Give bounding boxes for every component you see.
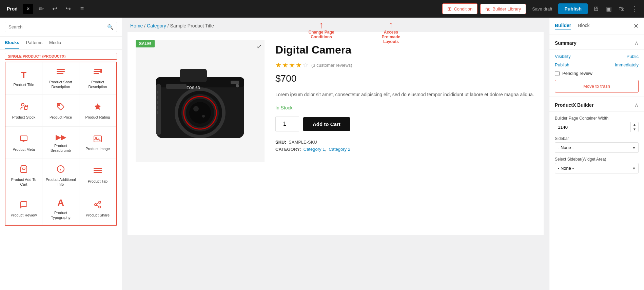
block-item-product-share[interactable]: Product Share bbox=[79, 192, 116, 225]
category-link-1[interactable]: Category 1 bbox=[304, 147, 325, 152]
condition-label: Condition bbox=[454, 6, 472, 12]
container-width-input-wrap: ▲ ▼ bbox=[555, 122, 639, 132]
tab-media[interactable]: Media bbox=[49, 37, 61, 49]
more-options-icon[interactable]: ⋮ bbox=[629, 3, 640, 14]
block-item-product-stock[interactable]: Product Stock bbox=[5, 95, 42, 127]
star-4: ★ bbox=[296, 61, 302, 69]
desktop-view-icon[interactable]: 🖥 bbox=[590, 3, 601, 14]
panel-icon[interactable]: ▣ bbox=[603, 3, 614, 14]
tab-patterns[interactable]: Patterns bbox=[26, 37, 42, 49]
pending-review-label: Pending review bbox=[562, 71, 592, 76]
block-item-product-typography[interactable]: A Product Typography bbox=[42, 192, 79, 225]
undo-button[interactable]: ↩ bbox=[50, 3, 60, 14]
number-spinners: ▲ ▼ bbox=[630, 122, 638, 132]
product-meta-icon bbox=[20, 135, 28, 144]
menu-button[interactable]: ≡ bbox=[77, 3, 87, 14]
builder-library-button[interactable]: 🛍 Builder Library bbox=[480, 4, 526, 14]
block-item-product-rating[interactable]: Product Rating bbox=[79, 95, 116, 127]
close-button[interactable]: × bbox=[23, 4, 33, 14]
product-meta-label: Product Meta bbox=[13, 147, 35, 152]
product-price-label: Product Price bbox=[50, 115, 72, 120]
tab-builder[interactable]: Builder bbox=[555, 23, 571, 29]
block-item-product-breadcrumb[interactable]: ▶▶ Product Breadcrumb bbox=[42, 127, 79, 159]
sidebar-label: Sidebar bbox=[555, 136, 639, 141]
sidebar-widget-select-wrap: - None - ▼ bbox=[555, 163, 639, 173]
tab-block[interactable]: Block bbox=[578, 23, 589, 29]
svg-rect-5 bbox=[94, 73, 99, 74]
block-item-product-meta[interactable]: Product Meta bbox=[5, 127, 42, 159]
sidebar-widget-select[interactable]: - None - bbox=[555, 163, 639, 173]
product-stock-icon bbox=[20, 103, 28, 112]
svg-point-30 bbox=[189, 102, 211, 124]
product-image-area: SALE! ⤢ bbox=[136, 40, 265, 227]
product-additional-info-icon bbox=[57, 165, 65, 174]
left-sidebar: 🔍 Blocks Patterns Media SINGLE PRODUCT (… bbox=[0, 18, 122, 290]
productx-builder-title: ProductX Builder bbox=[555, 102, 593, 108]
productx-builder-body: Builder Page Container Width ▲ ▼ Sidebar… bbox=[549, 112, 644, 182]
block-item-product-image[interactable]: Product Image bbox=[79, 127, 116, 159]
publish-button[interactable]: Publish bbox=[558, 3, 588, 14]
sidebar-widget-label: Select Sidebar(Widget Area) bbox=[555, 157, 639, 162]
svg-rect-2 bbox=[57, 73, 63, 74]
block-item-product-tab[interactable]: Product Tab bbox=[79, 159, 116, 192]
pending-review-checkbox[interactable] bbox=[555, 71, 560, 76]
product-desc-label: Product Description bbox=[82, 80, 113, 89]
product-typography-icon: A bbox=[57, 198, 64, 208]
sidebar-select[interactable]: - None - bbox=[555, 142, 639, 153]
reviews-link[interactable]: (3 customer reviews) bbox=[311, 63, 352, 68]
block-item-product-short-desc[interactable]: Product Short Description bbox=[42, 62, 79, 95]
breadcrumb-home[interactable]: Home bbox=[130, 23, 143, 28]
product-canvas: SALE! ⤢ bbox=[128, 32, 544, 235]
right-sidebar-close-button[interactable]: ✕ bbox=[633, 22, 639, 30]
category-link-2[interactable]: Category 2 bbox=[329, 147, 350, 152]
stock-status: In Stock bbox=[275, 105, 535, 110]
product-breadcrumb-icon: ▶▶ bbox=[56, 134, 66, 141]
block-item-product-additional-info[interactable]: Product Additional Info bbox=[42, 159, 79, 192]
block-item-product-title[interactable]: T Product Title bbox=[5, 62, 42, 95]
search-input[interactable] bbox=[5, 22, 117, 32]
move-to-trash-button[interactable]: Move to trash bbox=[555, 80, 639, 92]
summary-toggle[interactable]: ∧ bbox=[635, 40, 639, 46]
product-rating-icon bbox=[94, 103, 102, 112]
svg-rect-3 bbox=[94, 69, 101, 70]
publish-row: Publish Immediately bbox=[555, 62, 639, 67]
summary-section-body: Visibility Public Publish Immediately Pe… bbox=[549, 50, 644, 97]
spinner-up[interactable]: ▲ bbox=[631, 122, 638, 127]
svg-line-22 bbox=[97, 203, 99, 204]
product-price: $700 bbox=[275, 73, 535, 84]
expand-icon[interactable]: ⤢ bbox=[257, 43, 262, 50]
breadcrumb-category[interactable]: Category bbox=[147, 23, 166, 28]
edit-icon-button[interactable]: ✏ bbox=[36, 3, 47, 14]
product-description: Lorem ipsum dolor sit amet, consectetur … bbox=[275, 91, 535, 99]
product-add-to-cart-icon bbox=[20, 165, 28, 174]
product-tab-icon bbox=[94, 168, 102, 176]
redo-button[interactable]: ↪ bbox=[63, 3, 74, 14]
quantity-input[interactable] bbox=[275, 117, 299, 131]
block-item-product-price[interactable]: Product Price bbox=[42, 95, 79, 127]
productx-builder-toggle[interactable]: ∧ bbox=[635, 102, 639, 108]
star-5: ☆ bbox=[303, 61, 309, 69]
block-item-product-review[interactable]: Product Review bbox=[5, 192, 42, 225]
tab-blocks[interactable]: Blocks bbox=[5, 37, 19, 49]
add-to-cart-button[interactable]: Add to Cart bbox=[303, 117, 350, 131]
product-additional-info-label: Product Additional Info bbox=[45, 177, 76, 187]
add-to-cart-row: Add to Cart bbox=[275, 117, 535, 131]
visibility-value[interactable]: Public bbox=[627, 54, 639, 59]
svg-text:EOS 6D: EOS 6D bbox=[187, 86, 200, 90]
container-width-input[interactable] bbox=[555, 122, 630, 132]
spinner-down[interactable]: ▼ bbox=[631, 127, 638, 132]
builder-library-label: Builder Library bbox=[492, 6, 521, 12]
cart-icon[interactable]: 🛍 bbox=[616, 3, 627, 14]
save-draft-button[interactable]: Save draft bbox=[529, 6, 555, 12]
block-item-product-add-to-cart[interactable]: Product Add To Cart bbox=[5, 159, 42, 192]
main-layout: 🔍 Blocks Patterns Media SINGLE PRODUCT (… bbox=[0, 18, 644, 290]
svg-point-19 bbox=[95, 204, 97, 206]
breadcrumb: Home / Category / Sample Product Title bbox=[122, 18, 549, 32]
block-item-product-desc[interactable]: Product Description bbox=[79, 62, 116, 95]
condition-button[interactable]: ⊞ Condition bbox=[442, 3, 477, 14]
publish-value[interactable]: Immediately bbox=[615, 62, 639, 67]
product-share-label: Product Share bbox=[86, 213, 110, 218]
summary-section-header: Summary ∧ bbox=[549, 35, 644, 50]
star-1: ★ bbox=[275, 61, 281, 69]
svg-line-21 bbox=[97, 205, 99, 206]
